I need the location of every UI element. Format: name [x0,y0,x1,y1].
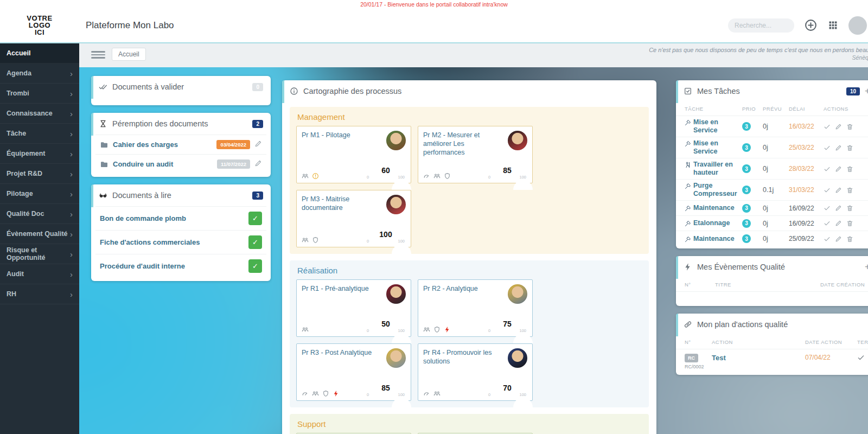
delete-task-icon[interactable] [846,144,853,151]
sidebar-item-risque-opportunite[interactable]: Risque et Opportunité› [0,244,79,264]
card-title: Cartographie des processus [303,87,401,95]
task-row[interactable]: Mise en Service 3 0j 16/03/22 [676,116,868,137]
process-card[interactable]: Pr R2 - Analytique 75 0100 [418,279,533,337]
count-badge: 2 [252,120,263,128]
hammer-icon [685,141,691,147]
apps-grid-icon[interactable] [827,20,839,31]
quote-author: Sénèque — [622,54,868,61]
breadcrumb-bar: Accueil Ce n'est pas que nous disposons … [79,43,868,67]
add-task-button[interactable]: + [865,88,868,94]
chevron-right-icon: › [70,89,73,98]
add-event-button[interactable]: + [865,264,868,270]
header-divider [0,42,868,43]
user-avatar[interactable] [848,16,867,35]
mark-read-button[interactable]: ✓ [248,235,262,249]
count-badge: 3 [252,192,263,200]
complete-task-icon[interactable] [824,205,831,212]
section-label: Réalisation [297,266,641,275]
task-row[interactable]: Travailler en hauteur 3 0j 28/03/22 [676,158,868,180]
sidebar-item-tache[interactable]: Tâche› [0,124,79,144]
shield-icon [322,390,329,397]
list-item[interactable]: Bon de commande plomb ✓ [95,206,266,230]
section-label: Support [297,419,641,429]
sidebar-item-evenement-qualite[interactable]: Évènement Qualité› [0,224,79,244]
sidebar-item-agenda[interactable]: Agenda› [0,63,79,84]
lightning-icon [333,390,340,397]
delete-task-icon[interactable] [846,205,853,212]
hourglass-icon [99,119,107,128]
process-card[interactable]: Pr M2 - Mesurer et améliorer Les perform… [418,126,533,183]
task-row[interactable]: Mise en Service 3 0j 25/03/22 [676,137,868,158]
sidebar-item-accueil[interactable]: Accueil [0,43,79,63]
plan-table-header: N°ACTION DATE ACTIONTERMINER [676,335,868,349]
complete-task-icon[interactable] [824,235,831,242]
edit-task-icon[interactable] [835,235,842,242]
complete-task-icon[interactable] [824,144,831,151]
sidebar-item-audit[interactable]: Audit› [0,264,79,284]
quote-of-the-day: Ce n'est pas que nous disposons de peu d… [622,46,868,61]
edit-task-icon[interactable] [835,187,842,194]
list-item[interactable]: Cahier des charges 03/04/2022 [95,135,266,154]
logo[interactable]: VOTRE LOGO ICI [0,15,79,36]
task-row[interactable]: Purge Compresseur 3 0.1j 31/03/22 [676,180,868,201]
priority-badge: 3 [742,234,751,243]
complete-task-icon[interactable] [824,123,831,130]
mark-read-button[interactable]: ✓ [248,259,262,273]
task-row[interactable]: Etalonnage 3 0j 16/09/22 [676,216,868,231]
chevron-right-icon: › [70,189,73,199]
complete-task-icon[interactable] [824,220,831,227]
sidebar-item-trombi[interactable]: Trombi› [0,84,79,104]
complete-task-icon[interactable] [824,187,831,194]
process-owner-avatar [386,284,406,304]
sidebar-item-rh[interactable]: RH› [0,284,79,304]
breadcrumb[interactable]: Accueil [112,48,146,61]
card-title: Mes Évènements Qualité [697,263,785,271]
complete-task-icon[interactable] [824,165,831,173]
announcement-text: 20/01/17 - Bienvenue dans le portail col… [360,1,508,8]
process-card[interactable]: Pr R1 - Pré-analytique 50 0100 [296,279,411,337]
process-card[interactable]: Pr R3 - Post Analytique 85 0100 [296,343,411,401]
plus-circle-icon[interactable] [804,18,818,32]
sidebar-item-qualite-doc[interactable]: Qualité Doc› [0,204,79,224]
plan-actions-qualite-card: Mon plan d'actions qualité N°ACTION DATE… [676,314,868,375]
edit-task-icon[interactable] [835,165,842,173]
process-gauge: 85 0100 [366,392,406,397]
edit-task-icon[interactable] [835,205,842,212]
edit-task-icon[interactable] [835,220,842,227]
search-input[interactable] [728,18,794,33]
delete-task-icon[interactable] [846,220,853,227]
process-owner-avatar [386,131,406,150]
plan-done-icon[interactable] [857,354,868,363]
shield-icon [444,173,451,180]
delete-task-icon[interactable] [846,165,853,173]
chevron-right-icon: › [70,169,73,178]
sidebar-item-pilotage[interactable]: Pilotage› [0,184,79,204]
sidebar-item-connaissance[interactable]: Connaissance› [0,104,79,124]
process-owner-avatar [386,195,406,214]
delete-task-icon[interactable] [846,123,853,130]
pencil-icon[interactable] [254,159,262,169]
app-header: VOTRE LOGO ICI Plateforme Mon Labo [0,8,868,42]
documents-a-valider-card: Documents à valider 0 [91,76,271,105]
menu-toggle-icon[interactable] [91,49,105,61]
list-item[interactable]: Conduire un audit 11/07/2022 [95,154,266,174]
task-row[interactable]: Maintenance 3 0j 16/09/22 [676,201,868,216]
delete-task-icon[interactable] [846,187,853,194]
delete-task-icon[interactable] [846,235,853,242]
mark-read-button[interactable]: ✓ [248,212,262,225]
process-card[interactable]: Pr M3 - Maitrise documentaire 100 0100 [296,190,411,247]
edit-task-icon[interactable] [835,144,842,151]
pencil-icon[interactable] [254,140,262,149]
sidebar-item-equipement[interactable]: Équipement› [0,144,79,164]
list-item[interactable]: Fiche d'actions commerciales ✓ [95,230,266,254]
section-realisation: Réalisation Pr R1 - Pré-analytique 50 01… [290,260,649,407]
plan-row[interactable]: RC RC/0002 Test 07/04/22 [676,349,868,375]
process-card[interactable]: Pr M1 - Pilotage 60 0100 [296,126,411,183]
edit-task-icon[interactable] [835,123,842,130]
task-row[interactable]: Maintenance 3 0j 25/09/22 [676,231,868,246]
process-card[interactable]: Pr R4 - Promouvoir les solutions 70 0100 [418,343,533,401]
list-item[interactable]: Procédure d'audit interne ✓ [95,254,266,278]
sidebar-item-projet-rd[interactable]: Projet R&D› [0,164,79,184]
priority-badge: 3 [742,204,751,213]
count-badge: 10 [846,87,860,95]
